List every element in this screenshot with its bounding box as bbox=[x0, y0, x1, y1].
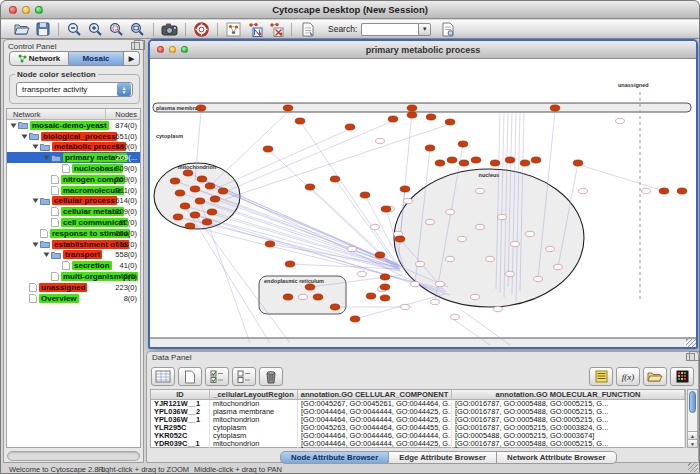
network-node-unselected[interactable] bbox=[436, 281, 445, 286]
column-header-0[interactable]: ID bbox=[151, 390, 210, 399]
tree-expander-icon[interactable] bbox=[32, 143, 39, 150]
network-node-selected[interactable] bbox=[330, 176, 340, 182]
tree-expander-icon[interactable] bbox=[43, 154, 50, 161]
network-node-unselected[interactable] bbox=[498, 214, 507, 219]
tree-item-overview[interactable]: Overview8(0) bbox=[7, 293, 140, 304]
network-node-unselected[interactable] bbox=[554, 264, 563, 269]
network-node-selected[interactable] bbox=[175, 190, 185, 196]
network-node-selected[interactable] bbox=[407, 112, 417, 118]
column-header-2[interactable]: annotation.GO CELLULAR_COMPONENT bbox=[298, 390, 452, 399]
network-node-selected[interactable] bbox=[345, 124, 355, 130]
zoom-selected-icon[interactable] bbox=[106, 21, 127, 38]
zoom-out-icon[interactable] bbox=[64, 21, 85, 38]
network-canvas[interactable]: plasma membranecytoplasmmitochondrionnuc… bbox=[150, 59, 696, 347]
table-cell[interactable]: mitochondrion bbox=[210, 416, 298, 424]
annotation-icon[interactable] bbox=[297, 21, 318, 38]
snapshot-icon[interactable] bbox=[159, 21, 180, 38]
tree-expander-icon[interactable] bbox=[32, 241, 39, 248]
table-cell[interactable]: cytoplasm bbox=[210, 432, 298, 440]
tab-overflow-button[interactable]: ▶ bbox=[124, 51, 140, 66]
scroll-up-icon[interactable]: ▲ bbox=[688, 431, 697, 439]
network-node-selected[interactable] bbox=[445, 119, 455, 125]
network-node-selected[interactable] bbox=[305, 284, 315, 290]
table-cell[interactable]: mitochondrion bbox=[210, 440, 298, 448]
network-node-selected[interactable] bbox=[435, 160, 445, 166]
table-cell[interactable]: mitochondrion bbox=[210, 400, 298, 408]
zoom-fit-icon[interactable] bbox=[127, 21, 148, 38]
network-node-unselected[interactable] bbox=[511, 241, 520, 246]
tree-item-transport[interactable]: transport558(0) bbox=[7, 250, 140, 261]
table-row[interactable]: YLR295Ccytoplasm[GO:0045263, GO:0044464,… bbox=[151, 424, 685, 432]
table-cell[interactable]: cytoplasm bbox=[210, 424, 298, 432]
network-node-selected[interactable] bbox=[447, 157, 457, 163]
network-node-selected[interactable] bbox=[381, 206, 391, 212]
tree-item-primary-metabo[interactable]: primary metabo209(... bbox=[7, 152, 140, 163]
network-node-selected[interactable] bbox=[380, 295, 390, 301]
float-panel-icon[interactable] bbox=[131, 42, 140, 50]
app-resize-grip[interactable] bbox=[688, 462, 698, 472]
tree-item-multi-organism-pro[interactable]: multi-organism pro42(0) bbox=[7, 271, 140, 282]
network-node-selected[interactable] bbox=[407, 105, 417, 111]
table-cell[interactable]: [GO:0044464, GO:0044444, GO:0044425, G..… bbox=[298, 440, 452, 448]
save-icon[interactable] bbox=[32, 21, 53, 38]
help-icon[interactable] bbox=[191, 21, 212, 38]
tree-expander-icon[interactable] bbox=[43, 251, 50, 258]
network-node-unselected[interactable] bbox=[401, 304, 410, 309]
network-node-selected[interactable] bbox=[210, 196, 220, 202]
table-cell[interactable]: YPL036W__1 bbox=[151, 416, 210, 424]
network-node-unselected[interactable] bbox=[371, 224, 380, 229]
minimize-window-icon[interactable] bbox=[22, 6, 30, 14]
network-node-unselected[interactable] bbox=[476, 224, 485, 229]
network-node-unselected[interactable] bbox=[446, 256, 455, 261]
network-node-selected[interactable] bbox=[295, 118, 305, 124]
table-cell[interactable]: YKR052C bbox=[151, 432, 210, 440]
network-node-selected[interactable] bbox=[426, 114, 436, 120]
network-node-selected[interactable] bbox=[550, 105, 560, 111]
search-settings-icon[interactable] bbox=[437, 21, 458, 38]
tree-expander-icon[interactable] bbox=[10, 122, 17, 129]
tree-item-nitrogen-compo[interactable]: nitrogen compo209(0) bbox=[7, 174, 140, 185]
network-node-selected[interactable] bbox=[490, 160, 500, 166]
network-node-unselected[interactable] bbox=[616, 118, 625, 123]
tree-item-unassigned[interactable]: unassigned223(0) bbox=[7, 282, 140, 293]
network-node-unselected[interactable] bbox=[416, 261, 425, 266]
network-node-unselected[interactable] bbox=[546, 246, 555, 251]
network-node-unselected[interactable] bbox=[411, 281, 420, 286]
network-resize-grip[interactable] bbox=[686, 337, 696, 347]
network-node-selected[interactable] bbox=[285, 261, 295, 267]
delete-attribute-icon[interactable] bbox=[259, 367, 283, 386]
network-node-selected[interactable] bbox=[330, 304, 340, 310]
tree-item-nucleobase-[interactable]: nucleobase-209(0) bbox=[7, 163, 140, 174]
network-node-unselected[interactable] bbox=[471, 294, 480, 299]
close-window-icon[interactable] bbox=[9, 6, 17, 14]
tab-network[interactable]: Network bbox=[9, 51, 69, 66]
network-node-selected[interactable] bbox=[360, 192, 370, 198]
matrix-view-icon[interactable] bbox=[670, 367, 694, 386]
open-icon[interactable] bbox=[11, 21, 32, 38]
network-node-selected[interactable] bbox=[375, 252, 385, 258]
compartment-mitochondrion[interactable] bbox=[154, 163, 240, 229]
tree-expander-icon[interactable] bbox=[32, 197, 39, 204]
tree-item-biological-process[interactable]: biological_process651(0) bbox=[7, 131, 140, 142]
table-cell[interactable]: [GO:0016787, GO:0005488, GO:0005215, G..… bbox=[452, 400, 685, 408]
open-file-icon[interactable] bbox=[643, 367, 667, 386]
network-node-unselected[interactable] bbox=[451, 314, 460, 319]
table-scrollbar-thumb[interactable] bbox=[689, 391, 696, 413]
network-node-selected[interactable] bbox=[218, 188, 228, 194]
network-node-selected[interactable] bbox=[265, 241, 275, 247]
network-node-unselected[interactable] bbox=[299, 294, 308, 299]
network-node-selected[interactable] bbox=[400, 186, 410, 192]
network-node-unselected[interactable] bbox=[526, 231, 535, 236]
network-node-selected[interactable] bbox=[659, 188, 669, 194]
table-cell[interactable]: [GO:0044464, GO:0044446, GO:0044444, G..… bbox=[298, 432, 452, 440]
unselect-all-attributes-icon[interactable] bbox=[232, 367, 256, 386]
scroll-down-icon[interactable]: ▼ bbox=[688, 439, 697, 447]
select-attributes-icon[interactable] bbox=[151, 367, 175, 386]
table-cell[interactable]: [GO:0016787, GO:0005488, GO:0005215, G..… bbox=[452, 440, 685, 448]
network-overview-icon[interactable] bbox=[223, 21, 244, 38]
table-cell[interactable]: YJR121W__1 bbox=[151, 400, 210, 408]
network-node-selected[interactable] bbox=[388, 116, 398, 122]
network-node-unselected[interactable] bbox=[446, 209, 455, 214]
network-close-icon[interactable] bbox=[157, 46, 164, 53]
network-node-selected[interactable] bbox=[190, 186, 200, 192]
